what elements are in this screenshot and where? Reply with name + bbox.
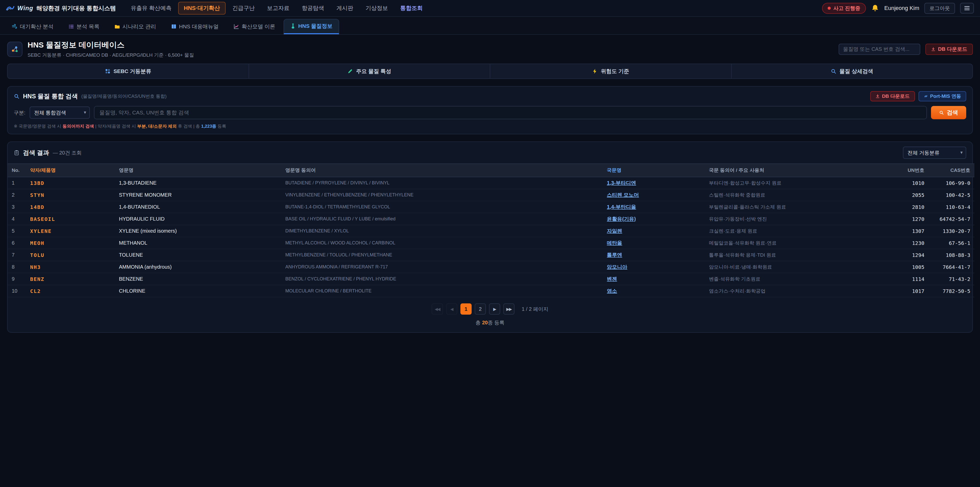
wind-icon (12, 24, 18, 29)
korean-name-link[interactable]: 자일렌 (607, 228, 622, 234)
row-cas-number: 106-99-0 (928, 177, 974, 189)
column-header-6[interactable]: UN번호 (898, 164, 928, 177)
nav-item-4[interactable]: 항공탐색 (296, 2, 330, 14)
row-abbreviation: BASEOIL (26, 213, 115, 225)
korean-name-link[interactable]: 1,4-부탄디올 (607, 204, 636, 210)
column-header-7[interactable]: CAS번호 (928, 164, 974, 177)
brand[interactable]: Wing 해양환경 위기대응 통합시스템 (6, 4, 116, 12)
column-header-1[interactable]: 약자/제품명 (26, 164, 115, 177)
unified-search-input[interactable] (94, 106, 927, 119)
table-row[interactable]: 8NH3AMMONIA (anhydrous)ANHYDROUS AMMONIA… (8, 261, 974, 273)
pagination-last-button[interactable]: ▶▶ (503, 303, 515, 315)
total-count: 20 (482, 320, 488, 325)
table-row[interactable]: 314BD1,4-BUTANEDIOLBUTANE-1,4-DIOL / TET… (8, 201, 974, 213)
row-korean-name-cell: 자일렌 (603, 225, 705, 237)
table-row[interactable]: 10CL2CHLORINEMOLECULAR CHLORINE / BERTHO… (8, 285, 974, 297)
helper-segment: | 약자/제품명 검색 시 (94, 124, 137, 129)
tab-0[interactable]: 대기확산 분석 (5, 19, 60, 34)
tab-1[interactable]: 분석 목록 (62, 19, 106, 34)
search-blue-icon (831, 69, 836, 74)
korean-name-link[interactable]: 윤활유(기유) (607, 216, 636, 222)
tab-2[interactable]: 시나리오 관리 (108, 19, 163, 34)
nav-item-3[interactable]: 보고자료 (261, 2, 295, 14)
feature-label: 물질 상세검색 (839, 68, 873, 75)
table-row[interactable]: 5XYLENEXYLENE (mixed isomers)DIMETHYLBEN… (8, 225, 974, 237)
incident-badge-label: 사고 진행중 (833, 5, 860, 12)
db-download-button[interactable]: DB 다운로드 (870, 91, 915, 101)
row-english-synonyms: VINYLBENZENE / ETHENYLBENZENE / PHENYLET… (281, 189, 603, 201)
table-row[interactable]: 4BASEOILHYDRAULIC FLUIDBASE OIL / HYDRAU… (8, 213, 974, 225)
top-right-cluster: 사고 진행중 Eunjeong Kim 로그아웃 (822, 3, 974, 14)
feature-button-0[interactable]: SEBC 거동분류 (8, 64, 249, 78)
feature-button-3[interactable]: 물질 상세검색 (732, 64, 973, 78)
page-button-1[interactable]: 1 (460, 303, 472, 315)
column-header-3[interactable]: 영문명 동의어 (281, 164, 603, 177)
nav-item-6[interactable]: 기상정보 (360, 2, 393, 14)
behavior-filter-select[interactable]: 전체 거동분류 (903, 147, 966, 159)
row-un-number: 1270 (898, 213, 928, 225)
feature-button-1[interactable]: 주요 물질 특성 (249, 64, 490, 78)
header-db-download-label: DB 다운로드 (938, 46, 967, 53)
nav-item-5[interactable]: 게시판 (331, 2, 359, 14)
row-no: 5 (8, 225, 26, 237)
bell-icon[interactable] (871, 4, 879, 12)
row-korean-name-cell: 톨루엔 (603, 249, 705, 261)
row-abbreviation: STYN (26, 189, 115, 201)
column-header-2[interactable]: 영문명 (115, 164, 281, 177)
results-panel: 검색 결과 — 20건 조회 전체 거동분류 No.약자/제품명영문명영문명 동… (7, 142, 973, 333)
pagination-prev-button[interactable]: ◀ (446, 303, 457, 315)
tab-4[interactable]: 확산모델 이론 (227, 19, 282, 34)
logout-button[interactable]: 로그아웃 (924, 3, 955, 14)
column-header-4[interactable]: 국문명 (603, 164, 705, 177)
korean-name-link[interactable]: 메탄올 (607, 240, 622, 246)
row-no: 3 (8, 201, 26, 213)
korean-name-link[interactable]: 스티렌 모노머 (607, 192, 639, 198)
tab-label: 대기확산 분석 (20, 23, 54, 30)
results-title: 검색 결과 (23, 148, 49, 157)
row-english-name: TOLUENE (115, 249, 281, 261)
korean-name-link[interactable]: 암모니아 (607, 264, 627, 270)
tab-3[interactable]: HNS 대응매뉴얼 (164, 19, 225, 34)
nav-item-0[interactable]: 유출유 확산예측 (125, 2, 177, 14)
nav-item-7[interactable]: 통합조회 (395, 2, 428, 14)
korean-name-link[interactable]: 톨루엔 (607, 252, 622, 258)
row-english-synonyms: BASE OIL / HYDRAULIC FLUID / Y LUBE / em… (281, 213, 603, 225)
category-select[interactable]: 전체 통합검색 (30, 107, 90, 119)
portmis-link-button[interactable]: Port-MIS 연동 (918, 91, 966, 101)
row-un-number: 1230 (898, 237, 928, 249)
row-cas-number: 110-63-4 (928, 201, 974, 213)
feature-button-2[interactable]: 위험도 기준 (490, 64, 732, 78)
column-header-5[interactable]: 국문 동의어 / 주요 사용처 (705, 164, 898, 177)
page-button-2[interactable]: 2 (475, 303, 486, 315)
table-row[interactable]: 7TOLUTOLUENEMETHYLBENZENE / TOLUOL / PHE… (8, 249, 974, 261)
page-title: HNS 물질정보 데이터베이스 (27, 40, 834, 50)
row-no: 8 (8, 261, 26, 273)
list-icon (68, 24, 74, 29)
nav-item-2[interactable]: 긴급구난 (227, 2, 260, 14)
row-abbreviation: MEOH (26, 237, 115, 249)
incident-status-badge[interactable]: 사고 진행중 (822, 3, 866, 14)
table-row[interactable]: 2STYNSTYRENE MONOMERVINYLBENZENE / ETHEN… (8, 189, 974, 201)
nav-item-1[interactable]: HNS·대기확산 (178, 2, 226, 14)
row-english-name: METHANOL (115, 237, 281, 249)
korean-name-link[interactable]: 1,3-부타디엔 (607, 180, 636, 186)
table-row[interactable]: 9BENZBENZENEBENZOL / CYCLOHEXATRIENE / P… (8, 273, 974, 285)
tab-label: 확산모델 이론 (242, 23, 275, 30)
tab-label: HNS 대응매뉴얼 (179, 23, 219, 30)
table-row[interactable]: 113BD1,3-BUTADIENEBUTADIENE / PYRROYLENE… (8, 177, 974, 189)
row-korean-synonyms: 스틸렌·석유화학 중합원료 (705, 189, 898, 201)
tab-5[interactable]: HNS 물질정보 (283, 19, 339, 34)
column-header-0[interactable]: No. (8, 164, 26, 177)
search-button[interactable]: 검색 (931, 106, 966, 119)
hamburger-menu-icon[interactable] (960, 3, 974, 14)
app-title: 해양환경 위기대응 통합시스템 (36, 4, 116, 12)
helper-segment: 등록 (216, 124, 226, 129)
table-row[interactable]: 6MEOHMETHANOLMETHYL ALCOHOL / WOOD ALCOH… (8, 237, 974, 249)
pagination-first-button[interactable]: ◀◀ (431, 303, 443, 315)
korean-name-link[interactable]: 벤젠 (607, 276, 617, 282)
korean-name-link[interactable]: 염소 (607, 288, 617, 294)
header-db-download-button[interactable]: DB 다운로드 (925, 44, 973, 55)
header-search-input[interactable] (838, 44, 920, 55)
pagination-next-button[interactable]: ▶ (489, 303, 500, 315)
logo-text: Wing (18, 5, 33, 12)
